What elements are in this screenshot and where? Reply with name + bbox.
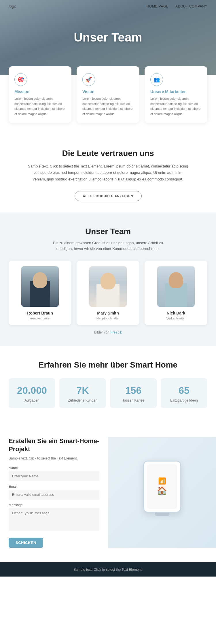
vision-icon: 🚀	[82, 73, 95, 86]
stats-grid: 20.000 Aufgaben 7K Zufriedene Kunden 156…	[9, 378, 207, 408]
features-section: 🎯 Mission Lorem ipsum dolor sit amet, co…	[0, 75, 216, 134]
stat-label-3: Tassen Kaffee	[115, 398, 152, 402]
team-photo-2	[89, 266, 127, 307]
trust-title: Die Leute vertrauen uns	[17, 149, 199, 158]
main-nav: HOME PAGE ABOUT COMPANY	[147, 4, 207, 8]
logo: logo	[9, 4, 16, 9]
stats-section: Erfahren Sie mehr über Smart Home 20.000…	[0, 346, 216, 422]
contact-section: Erstellen Sie ein Smart-Home-Projekt Sam…	[0, 423, 216, 562]
feature-title-mission: Mission	[14, 89, 66, 94]
stat-number-4: 65	[165, 385, 203, 396]
form-group-message: Message	[9, 503, 99, 532]
message-label: Message	[9, 503, 99, 507]
tablet-body: 📶 🏠	[143, 461, 181, 513]
header: logo HOME PAGE ABOUT COMPANY	[0, 0, 216, 13]
stat-card-1: 20.000 Aufgaben	[9, 378, 55, 408]
team-card-3: Nick Dark Verkaufsleiter	[145, 261, 207, 325]
team-photo-3	[157, 266, 195, 307]
feature-card-vision: 🚀 Vision Lorem ipsum dolor sit amet, con…	[77, 66, 139, 123]
team-role-2: Hauptbuchhalter	[81, 317, 135, 320]
feature-card-employees: 👥 Unsere Mitarbeiter Lorem ipsum dolor s…	[145, 66, 207, 123]
trust-section: Die Leute vertrauen uns Sample text. Cli…	[0, 134, 216, 212]
nav-about[interactable]: ABOUT COMPANY	[175, 4, 207, 8]
tablet-illustration: 📶 🏠	[139, 461, 185, 524]
name-input[interactable]	[9, 471, 99, 481]
team-name-3: Nick Dark	[149, 311, 203, 315]
feature-title-vision: Vision	[82, 89, 134, 94]
footer: Sample text. Click to select the Text El…	[0, 562, 216, 577]
all-products-button[interactable]: ALLE PRODUKTE ANZEIGEN	[75, 191, 142, 201]
wifi-icon: 📶	[158, 477, 166, 485]
feature-text-mission: Lorem ipsum dolor sit amet, consectetur …	[14, 96, 66, 116]
feature-card-mission: 🎯 Mission Lorem ipsum dolor sit amet, co…	[9, 66, 71, 123]
message-textarea[interactable]	[9, 508, 99, 531]
contact-form-area: Erstellen Sie ein Smart-Home-Projekt Sam…	[0, 437, 108, 548]
freepik-credit: Bilder von Freepik	[9, 330, 207, 334]
tablet-stand	[155, 513, 169, 516]
feature-text-vision: Lorem ipsum dolor sit amet, consectetur …	[82, 96, 134, 116]
name-label: Name	[9, 466, 99, 470]
stat-number-2: 7K	[64, 385, 101, 396]
nav-home[interactable]: HOME PAGE	[147, 4, 168, 8]
smart-home-icon: 🏠	[157, 486, 167, 496]
team-section: Unser Team Bis zu einem gewissen Grad is…	[0, 212, 216, 346]
form-group-email: Email	[9, 485, 99, 500]
team-role-3: Verkaufsleiter	[149, 317, 203, 320]
contact-title: Erstellen Sie ein Smart-Home-Projekt	[9, 437, 99, 453]
trust-text: Sample text. Click to select the Text El…	[27, 163, 189, 182]
stat-card-3: 156 Tassen Kaffee	[110, 378, 157, 408]
freepik-link[interactable]: Freepik	[110, 330, 122, 334]
mission-icon: 🎯	[14, 73, 27, 86]
team-subtitle: Bis zu einem gewissen Grad ist es uns ge…	[50, 240, 166, 252]
form-group-name: Name	[9, 466, 99, 481]
feature-title-employees: Unsere Mitarbeiter	[150, 89, 202, 94]
tablet-screen: 📶 🏠	[147, 464, 177, 509]
features-grid: 🎯 Mission Lorem ipsum dolor sit amet, co…	[9, 66, 207, 123]
team-title: Unser Team	[9, 227, 207, 236]
stats-title: Erfahren Sie mehr über Smart Home	[9, 360, 207, 370]
stat-label-2: Zufriedene Kunden	[64, 398, 101, 402]
stat-number-3: 156	[115, 385, 152, 396]
team-card-1: Robert Braun kreativer Leiter	[9, 261, 71, 325]
stat-number-1: 20.000	[13, 385, 51, 396]
stat-label-1: Aufgaben	[13, 398, 51, 402]
contact-image-area: 📶 🏠	[108, 437, 216, 548]
stat-card-4: 65 Einzigartige Ideen	[161, 378, 207, 408]
stat-label-4: Einzigartige Ideen	[165, 398, 203, 402]
team-name-2: Mary Smith	[81, 311, 135, 315]
email-input[interactable]	[9, 490, 99, 500]
email-label: Email	[9, 485, 99, 489]
team-photo-1	[21, 266, 59, 307]
footer-text: Sample text. Click to select the Text El…	[73, 568, 143, 572]
submit-button[interactable]: SCHICKEN	[9, 538, 43, 548]
team-name-1: Robert Braun	[13, 311, 67, 315]
employees-icon: 👥	[150, 73, 163, 86]
team-card-2: Mary Smith Hauptbuchhalter	[77, 261, 139, 325]
hero-title: Unser Team	[74, 31, 142, 44]
stat-card-2: 7K Zufriedene Kunden	[59, 378, 106, 408]
team-role-1: kreativer Leiter	[13, 317, 67, 320]
team-grid: Robert Braun kreativer Leiter Mary Smith…	[9, 261, 207, 325]
feature-text-employees: Lorem ipsum dolor sit amet, consectetur …	[150, 96, 202, 116]
contact-subtitle: Sample text. Click to select the Text El…	[9, 456, 99, 460]
